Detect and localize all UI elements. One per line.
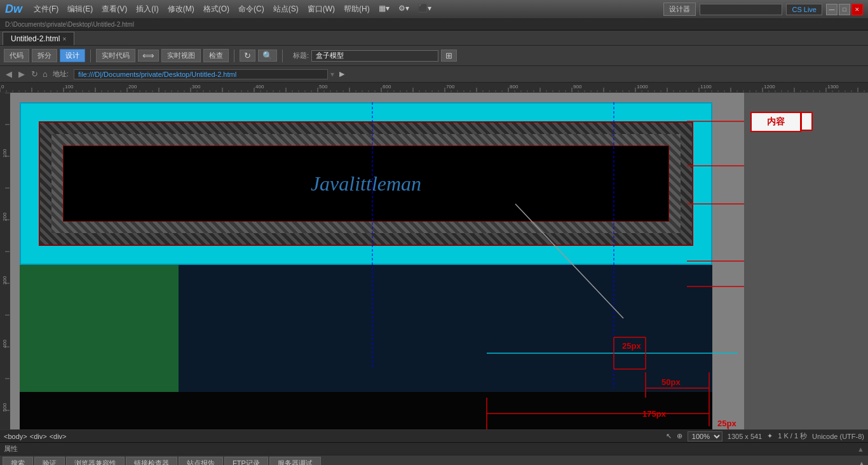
html-tag[interactable]: <body> [4, 433, 27, 440]
status-bar: <body> <div> <div> ↖ ⊕ 100% 150% 200% 50… [0, 429, 868, 442]
margin-box: Javalittleman [20, 102, 712, 265]
bottom-expand-icon[interactable]: ▲ [858, 459, 865, 466]
title-bar: Dw 文件(F) 编辑(E) 查看(V) 插入(I) 修改(M) 格式(O) 命… [0, 0, 868, 19]
annotation-labels: margin border padding table 内容 [744, 105, 868, 112]
green-cell [20, 265, 179, 392]
bottom-tabs: 搜索 验证 浏览器兼容性 链接检查器 站点报告 FTP记录 服务器调试 ▲ [0, 455, 868, 465]
menu-view[interactable]: 查看(V) [98, 3, 131, 16]
dimensions-display: 1305 x 541 [728, 433, 762, 440]
filepath-text: D:\Documents\private\Desktop\Untitled-2.… [5, 21, 134, 28]
code-button[interactable]: 代码 [4, 49, 29, 62]
design-button[interactable]: 设计 [60, 49, 85, 62]
menu-help[interactable]: 帮助(H) [340, 3, 374, 16]
second-row [20, 265, 712, 392]
address-input[interactable] [74, 69, 328, 79]
maximize-button[interactable]: □ [839, 4, 850, 15]
toolbar-divider-2 [234, 50, 234, 62]
view-options-icon[interactable]: ⊞ [441, 50, 457, 62]
title-label: 标题: [293, 51, 309, 60]
dimension-separator: ✦ [767, 432, 773, 440]
zoom-icon-status: ⊕ [677, 432, 682, 440]
tab-browser-compat[interactable]: 浏览器兼容性 [66, 457, 125, 465]
search-input[interactable] [700, 4, 782, 15]
third-row [20, 392, 712, 429]
back-button[interactable]: ◀ [4, 69, 14, 79]
cursor-icon: ↖ [666, 432, 672, 440]
realtime-toggle-icon[interactable]: ⟺ [138, 50, 159, 62]
canvas-wrapper: Javalittleman [10, 93, 744, 429]
tab-bar: Untitled-2.html × [0, 30, 868, 46]
content-box: Javalittleman [63, 145, 669, 222]
split-button[interactable]: 拆分 [32, 49, 57, 62]
zoom-icon[interactable]: 🔍 [258, 50, 277, 62]
tab-server-debug[interactable]: 服务器调试 [269, 457, 321, 465]
menu-edit[interactable]: 编辑(E) [64, 3, 97, 16]
expand-icon[interactable]: ▲ [857, 445, 864, 453]
window-controls: — □ ✕ [826, 4, 863, 15]
zoom-select[interactable]: 100% 150% 200% 50% [688, 431, 722, 441]
main-area: Javalittleman [0, 93, 868, 429]
menu-bar: 文件(F) 编辑(E) 查看(V) 插入(I) 修改(M) 格式(O) 命令(C… [30, 3, 663, 16]
tab-site-report[interactable]: 站点报告 [179, 457, 223, 465]
menu-grid[interactable]: ▦▾ [375, 3, 393, 16]
content-text: Javalittleman [311, 172, 421, 196]
address-go-icon[interactable]: ▶ [339, 70, 344, 78]
home-icon[interactable]: ⌂ [43, 69, 48, 79]
tab-search[interactable]: 搜索 [3, 457, 33, 465]
page-content: Javalittleman [20, 102, 712, 429]
svg-text:25px: 25px [717, 419, 736, 428]
menu-format[interactable]: 格式(O) [200, 3, 233, 16]
div-tag[interactable]: <div> [30, 433, 47, 440]
app-logo: Dw [5, 3, 22, 16]
tab-validate[interactable]: 验证 [34, 457, 65, 465]
tab-close[interactable]: × [62, 36, 66, 43]
refresh-addr-button[interactable]: ↻ [29, 69, 40, 79]
status-right: ↖ ⊕ 100% 150% 200% 50% 1305 x 541 ✦ 1 K … [666, 431, 864, 441]
menu-site[interactable]: 站点(S) [269, 3, 302, 16]
designer-button[interactable]: 设计器 [663, 3, 696, 16]
padding-box: Javalittleman [51, 134, 681, 233]
menu-file[interactable]: 文件(F) [30, 3, 62, 16]
div-inner-tag[interactable]: <div> [50, 433, 67, 440]
menu-extra[interactable]: ⬛▾ [414, 3, 435, 16]
vertical-ruler [0, 93, 10, 429]
inspect-button[interactable]: 检查 [203, 49, 229, 62]
page-title-input[interactable] [311, 50, 438, 62]
toolbar-divider-1 [90, 50, 91, 62]
realtime-view-button[interactable]: 实时视图 [161, 49, 201, 62]
menu-command[interactable]: 命令(C) [234, 3, 268, 16]
encoding-display: Unicode (UTF-8) [812, 433, 864, 440]
close-button[interactable]: ✕ [851, 4, 863, 15]
border-box: Javalittleman [39, 121, 693, 246]
cs-live-button[interactable]: CS Live [786, 4, 822, 15]
tab-link-checker[interactable]: 链接检查器 [126, 457, 177, 465]
content-label: 内容 [750, 112, 801, 132]
horizontal-ruler [0, 83, 868, 93]
document-tab[interactable]: Untitled-2.html × [3, 32, 74, 45]
toolbar-divider-3 [282, 50, 283, 62]
menu-modify[interactable]: 修改(M) [164, 3, 198, 16]
forward-button[interactable]: ▶ [17, 69, 27, 79]
tab-ftp-log[interactable]: FTP记录 [224, 457, 268, 465]
menu-window[interactable]: 窗口(W) [304, 3, 339, 16]
menu-settings[interactable]: ⚙▾ [395, 3, 413, 16]
properties-label: 属性 [4, 444, 18, 454]
address-label: 地址: [53, 69, 69, 79]
address-bar: ◀ ▶ ↻ ⌂ 地址: ▾ ▶ [0, 66, 868, 83]
refresh-icon[interactable]: ↻ [240, 50, 255, 62]
toolbar: 代码 拆分 设计 实时代码 ⟺ 实时视图 检查 ↻ 🔍 标题: ⊞ [0, 46, 868, 66]
minimize-button[interactable]: — [826, 4, 837, 15]
filepath-bar: D:\Documents\private\Desktop\Untitled-2.… [0, 19, 868, 30]
design-canvas-area[interactable]: Javalittleman [10, 93, 744, 429]
tab-label: Untitled-2.html [11, 34, 60, 43]
properties-bar: 属性 ▲ [0, 442, 868, 455]
right-panel: margin border padding table 内容 [744, 93, 868, 429]
filesize-display: 1 K / 1 秒 [778, 431, 807, 441]
menu-insert[interactable]: 插入(I) [132, 3, 162, 16]
title-right-controls: 设计器 CS Live — □ ✕ [663, 3, 863, 16]
realtime-code-button[interactable]: 实时代码 [96, 49, 135, 62]
dark-cell [179, 265, 712, 392]
